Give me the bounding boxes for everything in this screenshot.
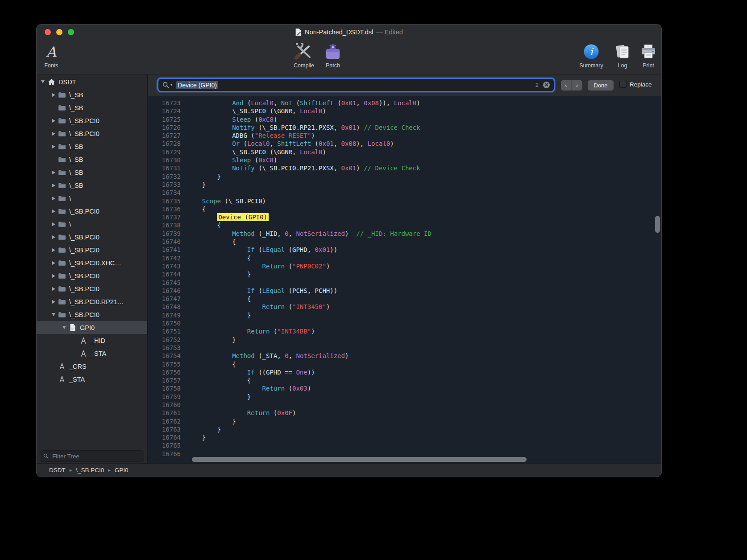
patch-button[interactable]: Patch <box>311 42 354 69</box>
tree-item-crs[interactable]: _CRS <box>37 360 147 373</box>
search-input[interactable]: ▾ Device (GPI0) 2 ✕ <box>158 79 554 91</box>
breadcrumb-item[interactable]: GPI0 <box>115 467 129 474</box>
tree-item-dsdt[interactable]: DSDT <box>37 75 147 88</box>
tree-item-root[interactable]: \ <box>37 192 147 205</box>
folder-icon <box>57 118 67 124</box>
tree-item-sb-pci0[interactable]: \_SB.PCI0 <box>37 231 147 243</box>
print-label: Print <box>643 62 654 69</box>
breadcrumb-item[interactable]: \_SB.PCI0 <box>76 467 104 474</box>
disclosure-triangle-icon[interactable] <box>50 248 57 252</box>
disclosure-triangle-icon[interactable] <box>50 313 57 316</box>
code-line: 16730 Sleep (0xC8) <box>148 156 661 164</box>
disclosure-triangle-icon[interactable] <box>50 287 57 291</box>
line-number: 16736 <box>148 205 181 213</box>
code-line: 16732 } <box>148 173 661 181</box>
disclosure-triangle-icon[interactable] <box>50 197 57 200</box>
line-number: 16735 <box>148 197 181 205</box>
disclosure-triangle-icon[interactable] <box>50 119 57 123</box>
disclosure-triangle-icon[interactable] <box>39 80 46 83</box>
search-scope-chevron-icon[interactable]: ▾ <box>170 83 172 87</box>
replace-toggle[interactable]: Replace <box>619 81 652 88</box>
code-line: 16734 <box>148 189 661 197</box>
code-line: 16747 { <box>148 295 661 303</box>
disclosure-triangle-icon[interactable] <box>50 222 57 226</box>
code-line: 16729 \_SB.SPC0 (\GGNR, Local0) <box>148 148 661 156</box>
tree-item-sb-pci0[interactable]: \_SB.PCI0 <box>37 127 147 140</box>
tree-item-label: \_SB.PCI0.XHC… <box>69 259 121 267</box>
fonts-label: Fonts <box>44 62 58 69</box>
folder-icon <box>57 169 67 176</box>
disclosure-triangle-icon[interactable] <box>50 132 57 136</box>
disclosure-triangle-icon[interactable] <box>61 326 68 329</box>
code-text: \_SB.SPC0 (\GGNR, Local0) <box>187 148 326 156</box>
tree-item-sb[interactable]: \_SB <box>37 153 147 166</box>
disclosure-triangle-icon[interactable] <box>50 171 57 174</box>
title-bar[interactable]: Non-Patched_DSDT.dsl — Edited <box>37 25 661 40</box>
disclosure-triangle-icon[interactable] <box>50 300 57 304</box>
tree-item-sb-pci0-xhc[interactable]: \_SB.PCI0.XHC… <box>37 256 147 269</box>
find-previous-button[interactable]: ‹ <box>561 80 572 91</box>
fonts-button[interactable]: A Fonts <box>37 42 73 69</box>
line-number: 16734 <box>148 189 181 197</box>
tree-item-sb-pci0[interactable]: \_SB.PCI0 <box>37 114 147 127</box>
horizontal-scrollbar-thumb[interactable] <box>192 457 527 462</box>
disclosure-triangle-icon[interactable] <box>50 184 57 187</box>
code-line: 16733 } <box>148 181 661 189</box>
find-next-button[interactable]: › <box>572 80 582 91</box>
tree-item-sb-pci0[interactable]: \_SB.PCI0 <box>37 205 147 218</box>
code-text: Return ("INT34BB") <box>187 327 315 335</box>
code-line: 16724 \_SB.SPC0 (\GGNR, Local0) <box>148 107 661 115</box>
tree-item-hid[interactable]: _HID <box>37 334 147 347</box>
sidebar-tree: DSDT\_SB\_SB\_SB.PCI0\_SB.PCI0\_SB\_SB\_… <box>37 75 147 386</box>
tree-item-sb-pci0[interactable]: \_SB.PCI0 <box>37 269 147 282</box>
tree-item-sb-pci0[interactable]: \_SB.PCI0 <box>37 308 147 321</box>
tree-item-root[interactable]: \ <box>37 218 147 231</box>
disclosure-triangle-icon[interactable] <box>50 235 57 239</box>
disclosure-triangle-icon[interactable] <box>50 210 57 213</box>
tree-item-sb-pci0[interactable]: \_SB.PCI0 <box>37 243 147 256</box>
tree-item-sb[interactable]: \_SB <box>37 101 147 114</box>
line-number: 16753 <box>148 344 181 352</box>
code-lines: 16723 And (Local0, Not (ShiftLeft (0x01,… <box>148 99 661 458</box>
code-text: Method (_STA, 0, NotSerialized) <box>187 352 349 360</box>
filter-tree-input[interactable] <box>51 453 141 460</box>
done-button[interactable]: Done <box>588 80 614 91</box>
tree-item-label: DSDT <box>58 78 76 86</box>
replace-checkbox[interactable] <box>619 81 627 88</box>
tree-item-sb-pci0[interactable]: \_SB.PCI0 <box>37 282 147 295</box>
code-line: 16763 } <box>148 425 661 433</box>
tree-item-sta[interactable]: _STA <box>37 373 147 386</box>
line-number: 16729 <box>148 148 181 156</box>
document-proxy-icon[interactable] <box>295 28 302 36</box>
code-line: 16748 Return ("INT3450") <box>148 303 661 311</box>
disclosure-triangle-icon[interactable] <box>50 145 57 148</box>
filter-tree-field[interactable] <box>40 450 144 462</box>
line-number: 16759 <box>148 393 181 401</box>
tree-item-sb[interactable]: \_SB <box>37 166 147 179</box>
tree-item-label: \_SB.PCI0 <box>69 208 100 215</box>
code-text: Device (GPI0) <box>187 213 269 221</box>
line-number: 16724 <box>148 107 181 115</box>
code-line: 16737 Device (GPI0) <box>148 213 661 221</box>
tree-item-sb[interactable]: \_SB <box>37 140 147 153</box>
folder-icon <box>57 195 67 202</box>
disclosure-triangle-icon[interactable] <box>50 274 57 278</box>
line-number: 16755 <box>148 360 181 368</box>
code-editor[interactable]: 16723 And (Local0, Not (ShiftLeft (0x01,… <box>148 96 661 464</box>
tree-item-gpi0[interactable]: GPI0 <box>37 321 147 334</box>
tree-item-label: \ <box>69 195 71 202</box>
disclosure-triangle-icon[interactable] <box>50 93 57 97</box>
tree-item-sta[interactable]: _STA <box>37 347 147 360</box>
vertical-scrollbar-thumb[interactable] <box>655 216 660 233</box>
tree-item-sb[interactable]: \_SB <box>37 179 147 192</box>
print-button[interactable]: Print <box>627 42 661 69</box>
clear-search-icon[interactable]: ✕ <box>543 82 550 88</box>
code-text: Return ("INT3450") <box>187 303 330 311</box>
code-line: 16723 And (Local0, Not (ShiftLeft (0x01,… <box>148 99 661 107</box>
breadcrumb-item[interactable]: DSDT <box>49 467 66 474</box>
tree-item-sb-pci0-rp21[interactable]: \_SB.PCI0.RP21… <box>37 295 147 308</box>
code-line: 16727 ADBG ("Release RESET") <box>148 132 661 140</box>
code-text: { <box>187 295 251 303</box>
tree-item-sb[interactable]: \_SB <box>37 88 147 101</box>
disclosure-triangle-icon[interactable] <box>50 261 57 265</box>
